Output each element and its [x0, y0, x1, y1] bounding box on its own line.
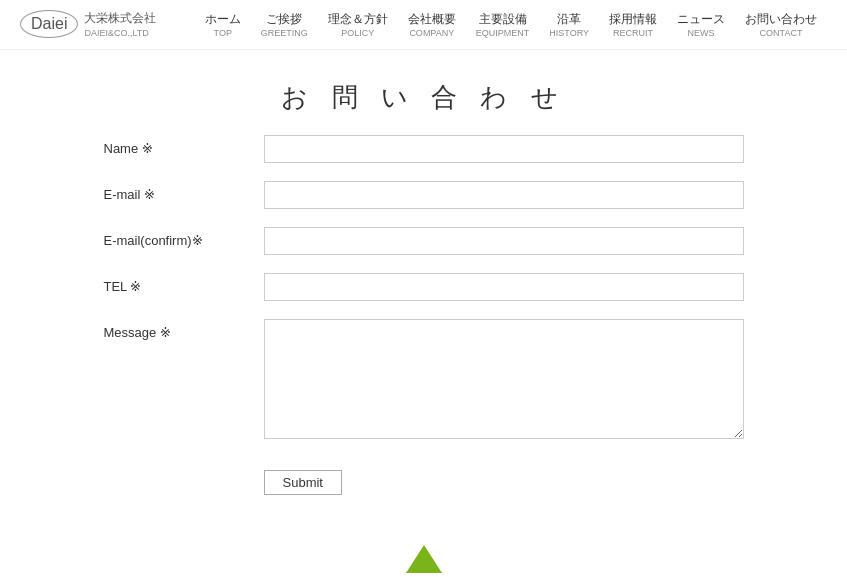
- logo-en: DAIEI&CO.,LTD: [84, 27, 156, 40]
- nav-jp-label: 会社概要: [408, 11, 456, 28]
- nav-en-label: TOP: [214, 28, 232, 38]
- email-confirm-input[interactable]: [264, 227, 744, 255]
- nav-item-contact[interactable]: お問い合わせCONTACT: [735, 11, 827, 38]
- nav-item-history[interactable]: 沿革HISTORY: [539, 11, 599, 38]
- nav-jp-label: 主要設備: [479, 11, 527, 28]
- email-confirm-input-wrap: [264, 227, 744, 255]
- email-confirm-label: E-mail(confirm)※: [104, 227, 264, 248]
- nav-jp-label: 理念＆方針: [328, 11, 388, 28]
- nav-en-label: HISTORY: [549, 28, 589, 38]
- nav-jp-label: 採用情報: [609, 11, 657, 28]
- submit-button[interactable]: Submit: [264, 470, 342, 495]
- nav-jp-label: お問い合わせ: [745, 11, 817, 28]
- email-input-wrap: [264, 181, 744, 209]
- email-label: E-mail ※: [104, 181, 264, 202]
- header: Daiei 大栄株式会社 DAIEI&CO.,LTD ホームTOPご挨拶GREE…: [0, 0, 847, 50]
- logo-jp: 大栄株式会社: [84, 10, 156, 27]
- nav-item-greeting[interactable]: ご挨拶GREETING: [251, 11, 318, 38]
- name-row: Name ※: [104, 135, 744, 163]
- back-to-top-arrow[interactable]: [406, 545, 442, 573]
- nav-en-label: EQUIPMENT: [476, 28, 530, 38]
- contact-form: Name ※ E-mail ※ E-mail(confirm)※ TEL ※ M…: [84, 135, 764, 442]
- message-input-wrap: [264, 319, 744, 442]
- page-title-area: お 問 い 合 わ せ: [0, 50, 847, 135]
- name-input-wrap: [264, 135, 744, 163]
- email-input[interactable]: [264, 181, 744, 209]
- logo-text-block: 大栄株式会社 DAIEI&CO.,LTD: [84, 10, 156, 39]
- nav-en-label: RECRUIT: [613, 28, 653, 38]
- nav-en-label: GREETING: [261, 28, 308, 38]
- nav-jp-label: 沿革: [557, 11, 581, 28]
- tel-input[interactable]: [264, 273, 744, 301]
- nav-item-equipment[interactable]: 主要設備EQUIPMENT: [466, 11, 540, 38]
- nav-item-policy[interactable]: 理念＆方針POLICY: [318, 11, 398, 38]
- submit-area: Submit: [84, 460, 764, 495]
- email-confirm-row: E-mail(confirm)※: [104, 227, 744, 255]
- nav-item-news[interactable]: ニュースNEWS: [667, 11, 735, 38]
- logo-cursive[interactable]: Daiei: [20, 10, 78, 38]
- nav-en-label: NEWS: [688, 28, 715, 38]
- nav-item-company[interactable]: 会社概要COMPANY: [398, 11, 466, 38]
- name-label: Name ※: [104, 135, 264, 156]
- logo-area: Daiei 大栄株式会社 DAIEI&CO.,LTD: [20, 10, 180, 39]
- nav-jp-label: ご挨拶: [266, 11, 302, 28]
- tel-input-wrap: [264, 273, 744, 301]
- nav-en-label: POLICY: [341, 28, 374, 38]
- nav-jp-label: ニュース: [677, 11, 725, 28]
- nav-en-label: COMPANY: [409, 28, 454, 38]
- email-row: E-mail ※: [104, 181, 744, 209]
- message-label: Message ※: [104, 319, 264, 340]
- message-textarea[interactable]: [264, 319, 744, 439]
- nav-item-recruit[interactable]: 採用情報RECRUIT: [599, 11, 667, 38]
- nav-en-label: CONTACT: [760, 28, 803, 38]
- tel-row: TEL ※: [104, 273, 744, 301]
- nav-jp-label: ホーム: [205, 11, 241, 28]
- page-title: お 問 い 合 わ せ: [0, 80, 847, 115]
- message-row: Message ※: [104, 319, 744, 442]
- tel-label: TEL ※: [104, 273, 264, 294]
- nav-item-top[interactable]: ホームTOP: [195, 11, 251, 38]
- name-input[interactable]: [264, 135, 744, 163]
- back-to-top[interactable]: [0, 495, 847, 577]
- main-nav: ホームTOPご挨拶GREETING理念＆方針POLICY会社概要COMPANY主…: [195, 11, 827, 38]
